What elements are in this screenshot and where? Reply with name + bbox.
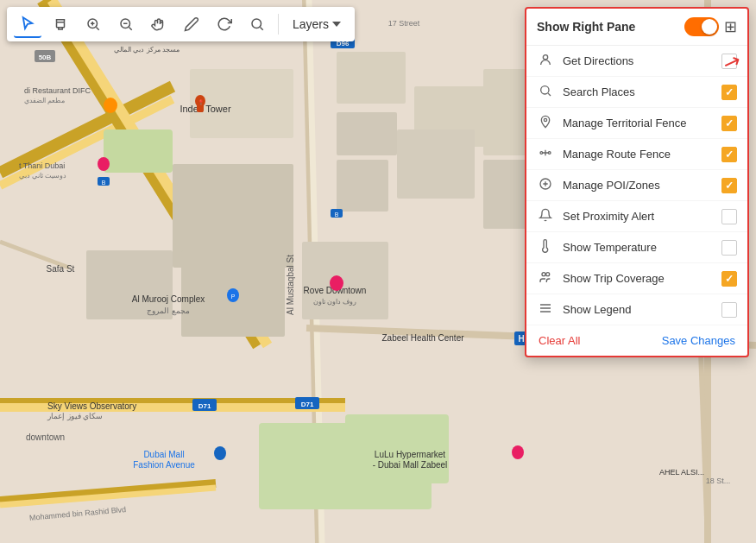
svg-line-1 <box>0 86 173 173</box>
legend-icon <box>537 301 554 318</box>
svg-point-45 <box>195 95 205 107</box>
svg-rect-82 <box>57 22 65 28</box>
svg-text:di Restaurant DIFC: di Restaurant DIFC <box>24 86 91 95</box>
grid-icon[interactable]: ⊞ <box>724 17 737 36</box>
svg-line-30 <box>0 242 69 268</box>
svg-point-93 <box>541 86 549 94</box>
layers-button[interactable]: Layers <box>286 14 348 35</box>
search-map-tool[interactable] <box>243 10 271 38</box>
search-places-icon <box>537 84 554 100</box>
get-directions-icon <box>537 53 554 69</box>
svg-text:50B: 50B <box>39 54 52 61</box>
svg-rect-26 <box>345 414 449 483</box>
svg-line-4 <box>52 0 268 345</box>
svg-rect-25 <box>259 423 432 509</box>
svg-text:t Thani Dubai: t Thani Dubai <box>19 161 65 170</box>
svg-text:Fashion Avenue: Fashion Avenue <box>133 460 195 470</box>
svg-point-54 <box>330 275 343 291</box>
svg-text:H: H <box>518 334 524 344</box>
panel-item-search-places: Search Places <box>526 77 747 108</box>
svg-line-94 <box>548 93 551 96</box>
svg-point-101 <box>542 273 545 276</box>
refresh-tool[interactable] <box>211 10 238 38</box>
proximity-alert-checkbox[interactable] <box>721 209 737 224</box>
svg-text:📍: 📍 <box>198 99 205 106</box>
svg-line-6 <box>309 0 322 543</box>
svg-text:Safa St: Safa St <box>47 264 75 274</box>
svg-text:Index Tower: Index Tower <box>180 104 230 114</box>
search-places-label: Search Places <box>563 85 713 98</box>
svg-text:B: B <box>335 212 339 218</box>
svg-point-102 <box>546 273 550 276</box>
draw-tool[interactable] <box>178 10 205 38</box>
svg-text:LuLu Hypermarket: LuLu Hypermarket <box>375 450 445 459</box>
svg-rect-21 <box>86 250 173 319</box>
zoom-in-tool[interactable] <box>79 10 107 38</box>
panel-header: Show Right Pane ⊞ <box>526 9 747 46</box>
toolbar: Layers <box>7 7 355 41</box>
svg-rect-20 <box>173 164 293 268</box>
svg-point-92 <box>543 55 547 60</box>
svg-line-84 <box>96 27 98 29</box>
svg-point-72 <box>104 98 117 113</box>
svg-rect-16 <box>397 129 475 199</box>
panel-item-get-directions: Get Directions <box>526 46 747 77</box>
poi-zones-label: Manage POI/Zones <box>563 179 713 192</box>
zoom-out-tool[interactable] <box>112 10 140 38</box>
panel-footer: Clear All Save Changes <box>526 325 747 356</box>
cursor-tool[interactable] <box>14 10 41 38</box>
svg-text:downtown: downtown <box>26 433 65 442</box>
temperature-checkbox[interactable] <box>721 240 737 256</box>
svg-text:Dubai Mall: Dubai Mall <box>143 450 184 459</box>
show-right-pane-toggle[interactable] <box>684 17 719 36</box>
svg-rect-24 <box>104 129 173 173</box>
svg-text:P: P <box>231 294 236 300</box>
svg-rect-14 <box>337 112 397 155</box>
svg-rect-23 <box>302 242 388 319</box>
print-tool[interactable] <box>47 10 74 38</box>
svg-line-5 <box>306 0 319 543</box>
save-changes-button[interactable]: Save Changes <box>662 334 735 347</box>
svg-text:AHEL ALSI...: AHEL ALSI... <box>659 468 704 477</box>
route-fence-checkbox[interactable] <box>721 147 737 162</box>
svg-text:دوسيت ثاني دبي: دوسيت ثاني دبي <box>19 172 66 180</box>
svg-line-88 <box>129 27 131 29</box>
panel-item-trip-coverage: Show Trip Coverage <box>526 263 747 294</box>
proximity-alert-label: Set Proximity Alert <box>563 210 713 223</box>
svg-rect-22 <box>181 250 285 337</box>
svg-line-3 <box>43 0 259 345</box>
svg-text:- Dubai Mall Zabeel: - Dubai Mall Zabeel <box>373 460 448 470</box>
route-fence-icon <box>537 146 554 162</box>
svg-rect-39 <box>295 397 319 409</box>
pan-tool[interactable] <box>145 10 173 38</box>
svg-rect-41 <box>35 50 55 62</box>
trip-coverage-icon <box>537 270 554 287</box>
panel-item-poi-zones: Manage POI/Zones <box>526 170 747 201</box>
svg-text:Al Murooj Complex: Al Murooj Complex <box>132 294 205 304</box>
territorial-fence-checkbox[interactable] <box>721 116 737 131</box>
trip-coverage-label: Show Trip Coverage <box>563 272 713 285</box>
svg-rect-31 <box>98 177 110 186</box>
svg-rect-15 <box>337 160 388 212</box>
legend-checkbox[interactable] <box>721 302 737 318</box>
proximity-alert-icon <box>537 208 554 224</box>
panel-item-proximity-alert: Set Proximity Alert <box>526 201 747 232</box>
territorial-fence-icon <box>537 115 554 131</box>
panel-item-territorial-fence: Manage Territorial Fence <box>526 108 747 139</box>
svg-text:سكاي فيوز إعمار: سكاي فيوز إعمار <box>47 412 103 421</box>
svg-text:18 St...: 18 St... <box>706 477 731 485</box>
svg-point-66 <box>512 445 524 459</box>
svg-text:روف داون تاون: روف داون تاون <box>313 298 356 306</box>
search-places-checkbox[interactable] <box>721 85 737 100</box>
svg-point-63 <box>214 446 226 460</box>
svg-rect-11 <box>190 69 293 138</box>
svg-rect-33 <box>331 209 343 218</box>
layers-panel: Show Right Pane ⊞ ↗ Get Directions Searc… <box>525 7 749 357</box>
legend-label: Show Legend <box>563 303 713 316</box>
poi-zones-checkbox[interactable] <box>721 178 737 193</box>
svg-point-97 <box>548 152 551 155</box>
clear-all-button[interactable]: Clear All <box>539 334 580 347</box>
svg-text:Zabeel Health Center: Zabeel Health Center <box>381 333 464 343</box>
panel-item-temperature: Show Temperature <box>526 232 747 263</box>
trip-coverage-checkbox[interactable] <box>721 271 737 287</box>
